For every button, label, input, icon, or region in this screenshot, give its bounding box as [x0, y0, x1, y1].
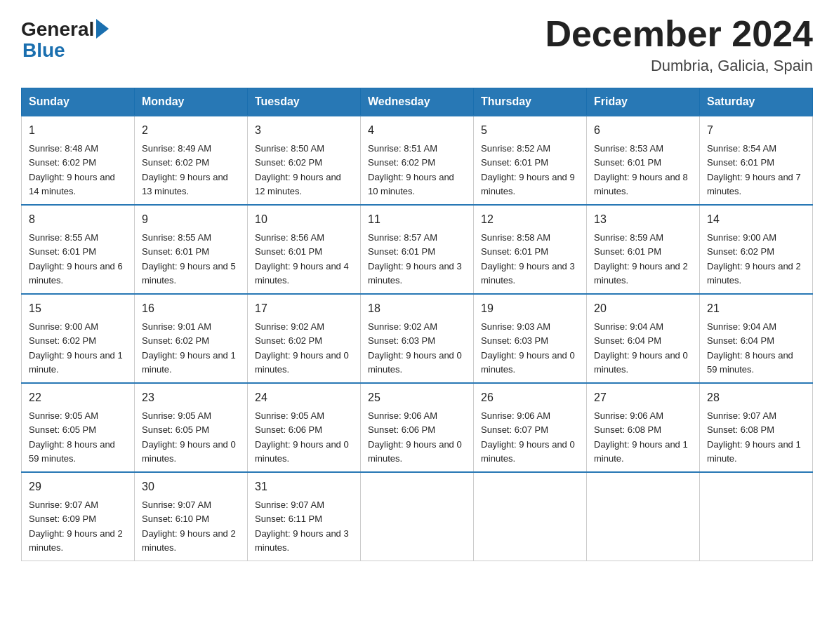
day-info: Sunrise: 8:48 AMSunset: 6:02 PMDaylight:… [29, 143, 115, 196]
table-row: 2 Sunrise: 8:49 AMSunset: 6:02 PMDayligh… [135, 116, 248, 205]
table-row [700, 472, 813, 561]
day-info: Sunrise: 9:02 AMSunset: 6:02 PMDaylight:… [255, 321, 349, 375]
day-number: 6 [594, 122, 692, 139]
title-area: December 2024 Dumbria, Galicia, Spain [545, 14, 813, 75]
day-info: Sunrise: 8:58 AMSunset: 6:01 PMDaylight:… [481, 232, 575, 286]
table-row: 12 Sunrise: 8:58 AMSunset: 6:01 PMDaylig… [474, 205, 587, 294]
day-number: 29 [29, 478, 127, 495]
table-row: 31 Sunrise: 9:07 AMSunset: 6:11 PMDaylig… [248, 472, 361, 561]
day-number: 23 [142, 389, 240, 406]
day-number: 22 [29, 389, 127, 406]
day-number: 5 [481, 122, 579, 139]
table-row: 27 Sunrise: 9:06 AMSunset: 6:08 PMDaylig… [587, 383, 700, 472]
table-row: 4 Sunrise: 8:51 AMSunset: 6:02 PMDayligh… [361, 116, 474, 205]
day-info: Sunrise: 8:50 AMSunset: 6:02 PMDaylight:… [255, 143, 341, 196]
logo-blue-text: Blue [22, 41, 65, 60]
day-info: Sunrise: 9:07 AMSunset: 6:10 PMDaylight:… [142, 499, 236, 553]
day-number: 2 [142, 122, 240, 139]
table-row: 17 Sunrise: 9:02 AMSunset: 6:02 PMDaylig… [248, 294, 361, 383]
day-info: Sunrise: 9:05 AMSunset: 6:06 PMDaylight:… [255, 410, 349, 464]
table-row: 25 Sunrise: 9:06 AMSunset: 6:06 PMDaylig… [361, 383, 474, 472]
table-row: 29 Sunrise: 9:07 AMSunset: 6:09 PMDaylig… [22, 472, 135, 561]
table-row: 30 Sunrise: 9:07 AMSunset: 6:10 PMDaylig… [135, 472, 248, 561]
table-row: 5 Sunrise: 8:52 AMSunset: 6:01 PMDayligh… [474, 116, 587, 205]
day-info: Sunrise: 9:00 AMSunset: 6:02 PMDaylight:… [29, 321, 123, 375]
table-row: 20 Sunrise: 9:04 AMSunset: 6:04 PMDaylig… [587, 294, 700, 383]
day-info: Sunrise: 9:00 AMSunset: 6:02 PMDaylight:… [707, 232, 801, 286]
day-info: Sunrise: 9:07 AMSunset: 6:08 PMDaylight:… [707, 410, 801, 464]
day-number: 27 [594, 389, 692, 406]
table-row: 7 Sunrise: 8:54 AMSunset: 6:01 PMDayligh… [700, 116, 813, 205]
table-row [361, 472, 474, 561]
table-row: 1 Sunrise: 8:48 AMSunset: 6:02 PMDayligh… [22, 116, 135, 205]
day-number: 11 [368, 211, 466, 228]
day-number: 15 [29, 300, 127, 317]
day-info: Sunrise: 9:01 AMSunset: 6:02 PMDaylight:… [142, 321, 236, 375]
table-row [587, 472, 700, 561]
table-row: 10 Sunrise: 8:56 AMSunset: 6:01 PMDaylig… [248, 205, 361, 294]
day-number: 7 [707, 122, 805, 139]
day-info: Sunrise: 9:04 AMSunset: 6:04 PMDaylight:… [594, 321, 688, 375]
day-info: Sunrise: 8:49 AMSunset: 6:02 PMDaylight:… [142, 143, 228, 196]
day-number: 21 [707, 300, 805, 317]
day-number: 17 [255, 300, 353, 317]
day-info: Sunrise: 8:55 AMSunset: 6:01 PMDaylight:… [142, 232, 236, 286]
day-number: 18 [368, 300, 466, 317]
day-info: Sunrise: 9:06 AMSunset: 6:08 PMDaylight:… [594, 410, 688, 464]
day-info: Sunrise: 9:04 AMSunset: 6:04 PMDaylight:… [707, 321, 793, 375]
day-number: 14 [707, 211, 805, 228]
day-number: 1 [29, 122, 127, 139]
calendar-week-row: 1 Sunrise: 8:48 AMSunset: 6:02 PMDayligh… [22, 116, 813, 205]
logo-general-text: General [21, 20, 94, 39]
col-wednesday: Wednesday [361, 88, 474, 116]
day-number: 12 [481, 211, 579, 228]
col-saturday: Saturday [700, 88, 813, 116]
day-info: Sunrise: 9:06 AMSunset: 6:06 PMDaylight:… [368, 410, 462, 464]
day-number: 9 [142, 211, 240, 228]
day-number: 20 [594, 300, 692, 317]
day-number: 13 [594, 211, 692, 228]
table-row: 8 Sunrise: 8:55 AMSunset: 6:01 PMDayligh… [22, 205, 135, 294]
table-row: 28 Sunrise: 9:07 AMSunset: 6:08 PMDaylig… [700, 383, 813, 472]
day-number: 24 [255, 389, 353, 406]
day-number: 8 [29, 211, 127, 228]
table-row: 21 Sunrise: 9:04 AMSunset: 6:04 PMDaylig… [700, 294, 813, 383]
day-number: 3 [255, 122, 353, 139]
day-info: Sunrise: 8:51 AMSunset: 6:02 PMDaylight:… [368, 143, 454, 196]
table-row: 13 Sunrise: 8:59 AMSunset: 6:01 PMDaylig… [587, 205, 700, 294]
day-info: Sunrise: 9:02 AMSunset: 6:03 PMDaylight:… [368, 321, 462, 375]
table-row: 18 Sunrise: 9:02 AMSunset: 6:03 PMDaylig… [361, 294, 474, 383]
day-info: Sunrise: 8:52 AMSunset: 6:01 PMDaylight:… [481, 143, 575, 196]
calendar-week-row: 29 Sunrise: 9:07 AMSunset: 6:09 PMDaylig… [22, 472, 813, 561]
calendar-table: Sunday Monday Tuesday Wednesday Thursday… [21, 88, 813, 561]
logo-arrow-icon [96, 19, 109, 39]
month-title: December 2024 [545, 14, 813, 54]
logo-general: General [21, 20, 109, 39]
day-number: 10 [255, 211, 353, 228]
logo: General Blue [21, 20, 109, 60]
col-sunday: Sunday [22, 88, 135, 116]
table-row: 15 Sunrise: 9:00 AMSunset: 6:02 PMDaylig… [22, 294, 135, 383]
col-thursday: Thursday [474, 88, 587, 116]
calendar-week-row: 8 Sunrise: 8:55 AMSunset: 6:01 PMDayligh… [22, 205, 813, 294]
day-info: Sunrise: 9:05 AMSunset: 6:05 PMDaylight:… [142, 410, 236, 464]
day-info: Sunrise: 8:54 AMSunset: 6:01 PMDaylight:… [707, 143, 801, 196]
location: Dumbria, Galicia, Spain [545, 57, 813, 75]
table-row: 23 Sunrise: 9:05 AMSunset: 6:05 PMDaylig… [135, 383, 248, 472]
day-number: 4 [368, 122, 466, 139]
table-row [474, 472, 587, 561]
day-number: 30 [142, 478, 240, 495]
table-row: 11 Sunrise: 8:57 AMSunset: 6:01 PMDaylig… [361, 205, 474, 294]
day-info: Sunrise: 9:07 AMSunset: 6:09 PMDaylight:… [29, 499, 123, 553]
table-row: 19 Sunrise: 9:03 AMSunset: 6:03 PMDaylig… [474, 294, 587, 383]
table-row: 6 Sunrise: 8:53 AMSunset: 6:01 PMDayligh… [587, 116, 700, 205]
day-info: Sunrise: 8:55 AMSunset: 6:01 PMDaylight:… [29, 232, 123, 286]
table-row: 22 Sunrise: 9:05 AMSunset: 6:05 PMDaylig… [22, 383, 135, 472]
day-number: 19 [481, 300, 579, 317]
day-info: Sunrise: 9:07 AMSunset: 6:11 PMDaylight:… [255, 499, 349, 553]
col-monday: Monday [135, 88, 248, 116]
table-row: 26 Sunrise: 9:06 AMSunset: 6:07 PMDaylig… [474, 383, 587, 472]
day-number: 28 [707, 389, 805, 406]
day-info: Sunrise: 9:03 AMSunset: 6:03 PMDaylight:… [481, 321, 575, 375]
calendar-week-row: 22 Sunrise: 9:05 AMSunset: 6:05 PMDaylig… [22, 383, 813, 472]
